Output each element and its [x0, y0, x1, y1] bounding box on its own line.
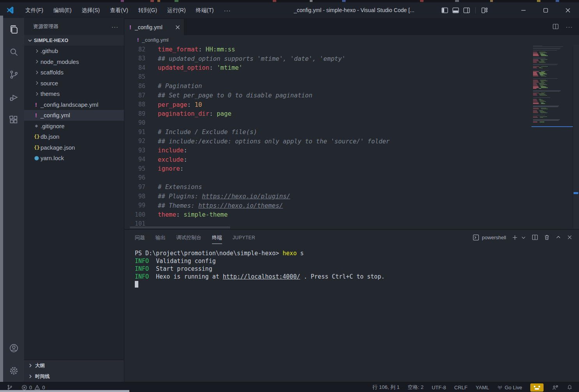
tree-item-package-json[interactable]: {}package.json: [24, 142, 124, 153]
code-text: ## updated_option supports 'mtime', 'dat…: [158, 55, 346, 62]
terminal-output[interactable]: PS D:\project\promotion\node\simple-hexo…: [124, 246, 579, 288]
terminal-line-1: INFO Validating config: [135, 257, 579, 265]
language-mode[interactable]: YAML: [476, 385, 489, 390]
customize-layout-icon[interactable]: [481, 7, 488, 14]
code-text: ## Set per_page to 0 to disable paginati…: [158, 92, 312, 99]
cursor-position[interactable]: 行 106, 列 1: [372, 384, 399, 391]
menu-e[interactable]: 编辑(E): [48, 2, 77, 18]
folder-chevron-icon: [34, 69, 41, 76]
tree-item-scaffolds[interactable]: scaffolds: [24, 67, 124, 78]
outline-section[interactable]: 大纲: [24, 360, 124, 371]
tab-config-yml[interactable]: ! _config.yml: [124, 19, 184, 35]
explorer-more-actions[interactable]: ···: [111, 23, 118, 30]
line-number: 84: [124, 64, 145, 71]
menu-r[interactable]: 运行(R): [162, 2, 191, 18]
account-icon[interactable]: [3, 337, 24, 359]
line-number: 100: [124, 211, 145, 218]
menubar-overflow-button[interactable]: ···: [219, 7, 236, 14]
outline-label: 大纲: [35, 362, 45, 369]
close-button[interactable]: [557, 2, 579, 18]
separator: [475, 7, 476, 13]
code-line-96: 96: [124, 173, 579, 183]
tree-item-source[interactable]: source: [24, 78, 124, 89]
tree-item-node-modules[interactable]: node_modules: [24, 57, 124, 67]
code-line-98: 98## Plugins: https://hexo.io/plugins/: [124, 192, 579, 201]
encoding[interactable]: UTF-8: [432, 385, 446, 390]
tree-item-yarn-lock[interactable]: yarn.lock: [24, 153, 124, 164]
menu-s[interactable]: 选择(S): [77, 2, 105, 18]
code-line-85: 85: [124, 72, 579, 82]
search-icon[interactable]: [3, 41, 24, 63]
code-text: include:: [158, 147, 187, 154]
panel-tab-[interactable]: 问题: [135, 232, 145, 244]
error-count: 0: [29, 385, 32, 390]
menu-g[interactable]: 转到(G): [133, 2, 162, 18]
editor-more-actions[interactable]: ···: [566, 23, 573, 30]
code-line-91: 91# Include / Exclude file(s): [124, 127, 579, 137]
code-line-84: 84updated_option: 'mtime': [124, 63, 579, 72]
tab-close-icon[interactable]: [175, 25, 180, 30]
panel-tab-[interactable]: 输出: [155, 232, 166, 244]
panel-tab-[interactable]: 终端: [212, 232, 222, 244]
line-number: 82: [124, 46, 145, 53]
notifications-bell-icon[interactable]: [567, 384, 573, 390]
panel: 问题输出调试控制台终端JUPYTER PS D:\project\promoti…: [124, 229, 579, 382]
line-number: 96: [124, 174, 145, 181]
editor-area: ! _config.yml ··· ! _config.yml 82time_f…: [124, 18, 579, 382]
menu-t[interactable]: 终端(T): [191, 2, 219, 18]
tree-item-gitignore[interactable]: .gitignore: [24, 121, 124, 132]
yarn-file-icon: [34, 155, 41, 161]
vscode-logo-icon: [5, 5, 15, 15]
explorer-header: 资源管理器 ···: [24, 18, 124, 35]
overview-ruler[interactable]: [573, 45, 579, 229]
code-text: theme: simple-theme: [158, 211, 228, 218]
extensions-icon[interactable]: [3, 108, 24, 131]
timeline-section[interactable]: 时间线: [24, 371, 124, 382]
code-line-95: 95ignore:: [124, 164, 579, 173]
go-live-button[interactable]: Go Live: [497, 385, 522, 390]
toggle-panel-icon[interactable]: [452, 7, 459, 14]
menu-v[interactable]: 查看(V): [105, 2, 133, 18]
explorer-icon[interactable]: [3, 18, 24, 41]
errors-indicator[interactable]: 0: [21, 385, 32, 390]
menu-f[interactable]: 文件(F): [20, 2, 48, 18]
feedback-icon[interactable]: [552, 384, 558, 391]
line-number: 93: [124, 147, 145, 154]
indentation[interactable]: 空格: 2: [408, 384, 423, 391]
panel-tab-jupyter[interactable]: JUPYTER: [233, 233, 255, 243]
code-line-100: 100theme: simple-theme: [124, 210, 579, 219]
source-control-icon[interactable]: [3, 63, 24, 86]
tree-item-config-landscape-yml[interactable]: !_config.landscape.yml: [24, 99, 124, 110]
warning-count: 0: [42, 385, 45, 390]
maximize-button[interactable]: [535, 2, 557, 18]
tree-item-config-yml[interactable]: !_config.yml: [24, 110, 124, 121]
project-section-header[interactable]: SIMPLE-HEXO: [24, 35, 124, 46]
code-line-89: 89pagination_dir: page: [124, 109, 579, 118]
tree-item-label: node_modules: [41, 58, 79, 65]
warnings-indicator[interactable]: 0: [34, 385, 45, 390]
tree-item-db-json[interactable]: {}db.json: [24, 131, 124, 142]
code-text: time_format: HH:mm:ss: [158, 46, 235, 53]
eol-sequence[interactable]: CRLF: [454, 385, 468, 390]
settings-gear-icon[interactable]: [3, 359, 24, 382]
tree-item-label: source: [41, 80, 58, 87]
tree-item-themes[interactable]: themes: [24, 88, 124, 99]
git-branch-icon[interactable]: [7, 384, 13, 390]
panel-tab-[interactable]: 调试控制台: [176, 232, 201, 244]
tree-item-github[interactable]: .github: [24, 46, 124, 57]
split-editor-icon[interactable]: [553, 23, 559, 30]
ai-assistant-badge[interactable]: [530, 383, 544, 392]
minimap[interactable]: [531, 46, 573, 201]
breadcrumb[interactable]: ! _config.yml: [124, 35, 579, 45]
explorer-title: 资源管理器: [33, 23, 58, 30]
toggle-primary-sidebar-icon[interactable]: [441, 7, 448, 14]
sidebar-bottom-sections: 大纲 时间线: [24, 360, 124, 382]
run-debug-icon[interactable]: [3, 86, 24, 108]
horizontal-scrollbar[interactable]: [130, 226, 230, 228]
line-number: 98: [124, 193, 145, 200]
minimize-button[interactable]: [512, 2, 535, 18]
code-text: exclude:: [158, 156, 187, 163]
toggle-secondary-sidebar-icon[interactable]: [463, 7, 470, 14]
braces-file-icon: {}: [34, 134, 41, 139]
code-editor[interactable]: 82time_format: HH:mm:ss83## updated_opti…: [124, 45, 579, 229]
